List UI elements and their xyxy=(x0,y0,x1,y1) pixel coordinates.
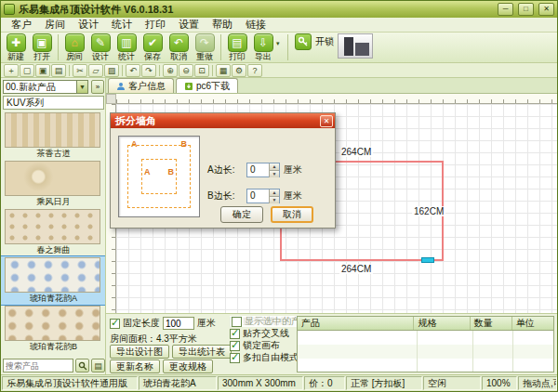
snap-cross-option[interactable]: 贴齐交叉线 xyxy=(230,328,299,339)
menu-print[interactable]: 打印 xyxy=(139,18,172,32)
redo-icon[interactable]: ↷ xyxy=(141,64,156,77)
tab-pc6-download[interactable]: pc6下载 xyxy=(176,78,238,93)
paste-icon[interactable]: ▨ xyxy=(104,64,119,77)
copy-icon[interactable]: ▱ xyxy=(88,64,103,77)
product-table: 产品 规格 数量 单位 xyxy=(297,316,554,372)
print-button[interactable]: ▤ 打印 xyxy=(224,33,250,62)
menu-settings[interactable]: 设置 xyxy=(172,18,206,32)
list-item[interactable]: 茶香古道 xyxy=(1,111,105,160)
product-search: ▤ xyxy=(3,359,105,372)
update-name-button[interactable]: 更新名称 xyxy=(110,359,160,373)
status-hint: 拖动点,可? xyxy=(518,376,557,390)
corner-diagram-inner xyxy=(141,159,177,194)
help-icon[interactable]: ? xyxy=(247,64,262,77)
open-button[interactable]: ▣ 打开 xyxy=(29,33,55,62)
unlock-button[interactable]: 开锁 xyxy=(295,33,334,50)
status-product-name: 琥珀青花韵A xyxy=(139,376,217,390)
fixed-length-checkbox[interactable] xyxy=(110,319,120,329)
product-thumbnail xyxy=(5,306,100,341)
export-design-button[interactable]: 导出设计图 xyxy=(110,345,169,359)
menu-statistics[interactable]: 统计 xyxy=(105,18,139,32)
redo-arrow-icon: ↷ xyxy=(195,33,215,52)
spin-up-icon[interactable]: ▲ xyxy=(269,163,279,170)
undo-button[interactable]: ↶ 取消 xyxy=(166,33,192,62)
spin-down-icon[interactable]: ▼ xyxy=(269,196,279,203)
fit-icon[interactable]: ⊡ xyxy=(194,64,209,77)
zoom-out-icon[interactable]: ⊖ xyxy=(179,64,193,77)
ceiling-device-image xyxy=(338,33,373,59)
menu-design[interactable]: 设计 xyxy=(72,18,105,32)
spin-up-icon[interactable]: ▲ xyxy=(269,189,279,196)
free-mode-option[interactable]: 多扣自由模式 xyxy=(230,352,299,363)
new-doc-icon: ✚ xyxy=(7,33,26,52)
minimize-icon[interactable]: ─ xyxy=(498,3,513,16)
menu-room[interactable]: 房间 xyxy=(38,18,72,32)
new-button[interactable]: ✚ 新建 xyxy=(3,33,29,62)
change-spec-button[interactable]: 更改规格 xyxy=(163,359,213,373)
product-thumbnail xyxy=(5,161,100,196)
export-button[interactable]: ⇩ 导出 xyxy=(250,33,276,62)
product-thumbnail xyxy=(5,112,100,148)
menu-customer[interactable]: 客户 xyxy=(5,18,38,32)
search-input[interactable] xyxy=(3,359,73,372)
save-icon[interactable]: ▣ xyxy=(35,64,50,77)
side-a-spinner[interactable]: 0 ▲ ▼ xyxy=(246,163,280,177)
list-item-selected[interactable]: 琥珀青花韵A xyxy=(1,256,105,305)
dialog-title: 拆分墙角 xyxy=(115,114,320,128)
close-icon[interactable]: ✕ xyxy=(538,3,554,16)
category-more-button[interactable]: » xyxy=(91,80,104,94)
status-zoom: 100% xyxy=(482,376,517,390)
print-icon[interactable]: ▤ xyxy=(51,64,66,77)
category-select[interactable]: 00.新款产品 ▼ xyxy=(3,80,88,94)
cancel-button[interactable]: 取消 xyxy=(271,206,313,223)
table-body[interactable] xyxy=(298,331,553,372)
redo-button[interactable]: ↷ 重做 xyxy=(192,33,218,62)
app-window: 乐易集成吊顶设计软件 V6.0.18.31 ─ □ ✕ 客户 房间 设计 统计 … xyxy=(0,0,558,392)
person-icon xyxy=(116,82,126,91)
menu-links[interactable]: 链接 xyxy=(239,18,272,32)
cut-icon[interactable]: ✂ xyxy=(73,64,87,77)
fixed-length-input[interactable] xyxy=(163,317,194,330)
ok-button[interactable]: 确定 xyxy=(220,206,263,223)
side-b-spinner[interactable]: 0 ▲ ▼ xyxy=(246,189,280,203)
lock-canvas-option[interactable]: 锁定画布 xyxy=(230,340,299,351)
title-bar: 乐易集成吊顶设计软件 V6.0.18.31 ─ □ ✕ xyxy=(1,1,557,18)
product-thumbnail xyxy=(5,209,100,244)
list-item[interactable]: 琥珀青花韵B xyxy=(1,305,105,353)
toolbar-separator xyxy=(58,34,59,60)
list-item[interactable]: 春之舞曲 xyxy=(1,208,105,256)
secondary-toolbar: ＋ ▢ ▣ ▤ ✂ ▱ ▨ ↶ ↷ ⊕ ⊖ ⊡ ▦ ⚙ ? xyxy=(1,63,557,78)
main-toolbar: ✚ 新建 ▣ 打开 ⌂ 房间 ✎ 设计 ▥ 统计 ✔ 保存 ↶ 取消 ↷ xyxy=(1,33,557,63)
chevron-down-icon: ▼ xyxy=(76,81,87,93)
zoom-in-icon[interactable]: ⊕ xyxy=(163,64,178,77)
dialog-title-bar[interactable]: 拆分墙角 ✕ xyxy=(111,113,335,128)
undo-icon[interactable]: ↶ xyxy=(126,64,140,77)
selection-handle[interactable] xyxy=(421,257,434,263)
status-price: 价：0 xyxy=(304,376,345,390)
series-list-item[interactable]: KUV系列 xyxy=(3,96,104,110)
list-item[interactable]: 乘风日月 xyxy=(1,160,105,208)
design-button[interactable]: ✎ 设计 xyxy=(87,33,113,62)
status-app-edition: 乐易集成吊顶设计软件通用版 xyxy=(2,376,138,390)
tab-customer-info[interactable]: 客户信息 xyxy=(108,78,174,93)
status-bar: 乐易集成吊顶设计软件通用版 琥珀青花韵A 300mm X 300mm 价：0 正… xyxy=(1,374,557,391)
maximize-icon[interactable]: □ xyxy=(518,3,534,16)
export-dropdown-arrow[interactable]: ▾ xyxy=(276,34,285,53)
dialog-close-icon[interactable]: ✕ xyxy=(320,115,333,127)
grid-icon[interactable]: ▦ xyxy=(216,64,231,77)
spin-down-icon[interactable]: ▼ xyxy=(269,170,279,177)
list-view-icon[interactable]: ▤ xyxy=(91,359,105,372)
export-icon: ⇩ xyxy=(254,33,273,52)
search-icon[interactable] xyxy=(75,359,89,372)
room-button[interactable]: ⌂ 房间 xyxy=(61,33,87,62)
settings-icon[interactable]: ⚙ xyxy=(232,64,246,77)
open-icon[interactable]: ▢ xyxy=(20,64,34,77)
save-button[interactable]: ✔ 保存 xyxy=(140,33,166,62)
new-icon[interactable]: ＋ xyxy=(4,64,19,77)
product-sidebar: 00.新款产品 ▼ » KUV系列 茶香古道 乘风日月 春之舞曲 xyxy=(1,78,106,374)
toolbar-separator xyxy=(122,65,123,76)
export-stats-button[interactable]: 导出统计表 xyxy=(172,345,232,359)
menu-help[interactable]: 帮助 xyxy=(206,18,239,32)
status-product-size: 300mm X 300mm xyxy=(218,376,303,390)
statistics-button[interactable]: ▥ 统计 xyxy=(113,33,140,62)
